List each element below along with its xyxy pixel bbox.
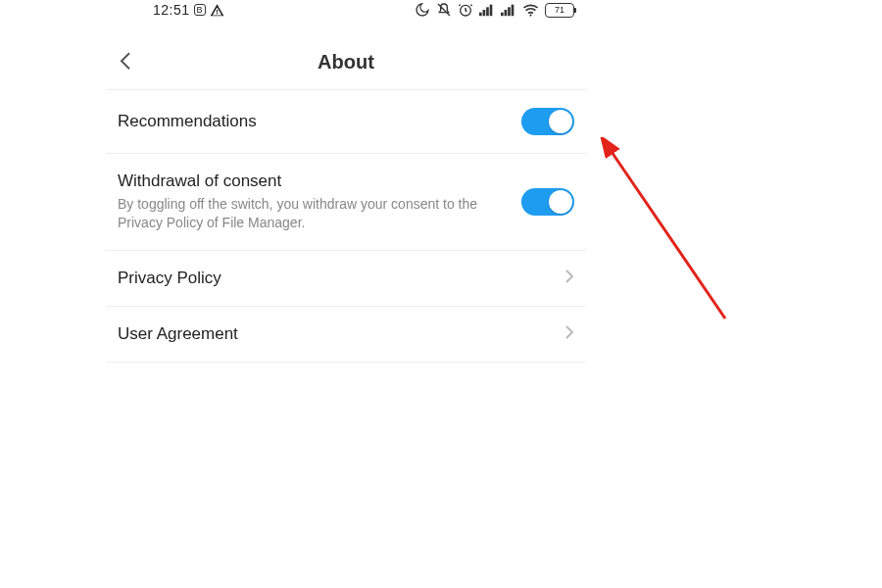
svg-rect-1 [479,13,482,17]
b-badge-icon: B [194,4,206,16]
svg-rect-2 [483,10,486,16]
alarm-icon [458,2,473,18]
row-title-consent: Withdrawal of consent [118,172,510,191]
row-user-agreement[interactable]: User Agreement [106,307,586,363]
row-title-agreement: User Agreement [118,324,553,344]
warning-icon [210,3,224,18]
row-text: User Agreement [118,324,564,344]
row-title-recommendations: Recommendations [118,112,510,131]
row-sub-consent: By toggling off the switch, you withdraw… [118,195,510,232]
back-button[interactable] [114,45,139,80]
chevron-right-icon [564,269,574,288]
toggle-knob [549,190,572,214]
recommendations-toggle[interactable] [521,108,574,135]
svg-line-10 [610,149,725,318]
phone-frame: 12:51 B [106,0,586,588]
row-text: Withdrawal of consent By toggling off th… [118,172,521,232]
chevron-left-icon [118,49,135,73]
page-header: About [106,22,586,89]
svg-rect-5 [501,13,504,17]
row-consent: Withdrawal of consent By toggling off th… [106,154,586,251]
battery-icon: 71 [545,3,574,18]
annotation-arrow [598,137,755,333]
row-title-privacy: Privacy Policy [118,269,553,288]
status-left: 12:51 B [153,2,224,18]
row-recommendations: Recommendations [106,90,586,154]
consent-toggle[interactable] [521,188,574,216]
svg-rect-7 [508,7,511,16]
row-text: Recommendations [118,112,521,131]
svg-rect-3 [486,7,489,16]
svg-rect-8 [512,5,514,17]
page-title: About [118,51,574,74]
settings-list: Recommendations Withdrawal of consent By… [106,89,586,363]
status-time: 12:51 [153,2,190,18]
signal-2-icon [501,3,516,17]
status-bar: 12:51 B [106,0,586,22]
battery-level: 71 [555,5,564,15]
svg-point-9 [529,15,531,17]
svg-rect-4 [490,5,493,17]
chevron-right-icon [564,324,574,344]
mute-icon [436,2,452,18]
status-right: 71 [415,2,574,18]
svg-rect-6 [505,10,508,16]
toggle-knob [549,110,572,133]
row-text: Privacy Policy [118,269,564,288]
row-privacy-policy[interactable]: Privacy Policy [106,251,586,307]
signal-1-icon [479,3,495,17]
wifi-icon [522,3,539,17]
dnd-icon [415,2,430,18]
